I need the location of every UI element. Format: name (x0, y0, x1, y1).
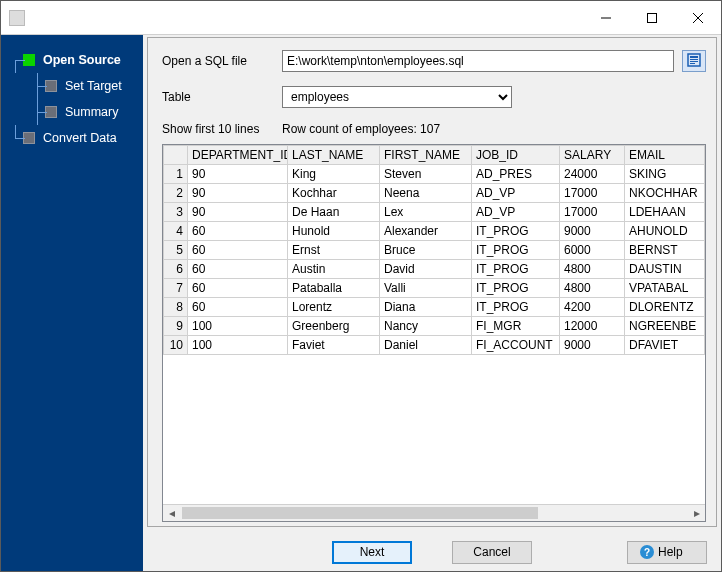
row-number-cell: 7 (164, 279, 188, 298)
svg-rect-3 (690, 59, 698, 60)
table-cell: 12000 (560, 317, 625, 336)
horizontal-scrollbar[interactable]: ◂ ▸ (163, 504, 705, 521)
column-header[interactable]: DEPARTMENT_ID (188, 146, 288, 165)
table-select[interactable]: employees (282, 86, 512, 108)
row-count-label: Row count of employees: 107 (282, 122, 440, 136)
table-cell: BERNST (625, 241, 705, 260)
row-number-cell: 4 (164, 222, 188, 241)
cancel-button[interactable]: Cancel (452, 541, 532, 564)
table-cell: 9000 (560, 222, 625, 241)
table-cell: IT_PROG (472, 279, 560, 298)
form-area: Open a SQL file Table employees Sh (147, 37, 717, 527)
next-button[interactable]: Next (332, 541, 412, 564)
row-number-cell: 5 (164, 241, 188, 260)
table-row[interactable]: 560ErnstBruceIT_PROG6000BERNST (164, 241, 705, 260)
table-cell: AHUNOLD (625, 222, 705, 241)
column-header[interactable]: SALARY (560, 146, 625, 165)
row-number-cell: 10 (164, 336, 188, 355)
sql-file-input[interactable] (282, 50, 674, 72)
table-cell: DFAVIET (625, 336, 705, 355)
row-number-cell: 3 (164, 203, 188, 222)
show-first-label: Show first 10 lines (162, 122, 282, 136)
app-window: Open Source Set Target Summary Convert D… (0, 0, 722, 572)
sidebar-item-set-target[interactable]: Set Target (1, 73, 143, 99)
minimize-button[interactable] (583, 3, 629, 33)
table-cell: Faviet (288, 336, 380, 355)
table-row[interactable]: 10100FavietDanielFI_ACCOUNT9000DFAVIET (164, 336, 705, 355)
table-cell: Lex (380, 203, 472, 222)
table-row[interactable]: 390De HaanLexAD_VP17000LDEHAAN (164, 203, 705, 222)
table-row[interactable]: 660AustinDavidIT_PROG4800DAUSTIN (164, 260, 705, 279)
row-number-cell: 1 (164, 165, 188, 184)
table-cell: SKING (625, 165, 705, 184)
table-row[interactable]: 460HunoldAlexanderIT_PROG9000AHUNOLD (164, 222, 705, 241)
tree-connector (7, 47, 23, 73)
app-icon (9, 10, 25, 26)
sidebar-item-open-source[interactable]: Open Source (1, 47, 143, 73)
table-cell: Bruce (380, 241, 472, 260)
table-cell: Hunold (288, 222, 380, 241)
close-button[interactable] (675, 3, 721, 33)
column-header[interactable]: FIRST_NAME (380, 146, 472, 165)
table-cell: IT_PROG (472, 222, 560, 241)
row-number-cell: 6 (164, 260, 188, 279)
table-row[interactable]: 290KochharNeenaAD_VP17000NKOCHHAR (164, 184, 705, 203)
table-cell: 60 (188, 241, 288, 260)
help-button[interactable]: ? Help (627, 541, 707, 564)
titlebar (1, 1, 721, 35)
scroll-left-arrow-icon[interactable]: ◂ (163, 505, 180, 522)
table-cell: Neena (380, 184, 472, 203)
sidebar-item-summary[interactable]: Summary (1, 99, 143, 125)
sidebar-item-label: Open Source (43, 53, 121, 67)
table-cell: 24000 (560, 165, 625, 184)
table-cell: Diana (380, 298, 472, 317)
table-row[interactable]: 860LorentzDianaIT_PROG4200DLORENTZ (164, 298, 705, 317)
table-row[interactable]: 760PataballaValliIT_PROG4800VPATABAL (164, 279, 705, 298)
table-cell: IT_PROG (472, 260, 560, 279)
table-cell: 6000 (560, 241, 625, 260)
table-cell: LDEHAAN (625, 203, 705, 222)
table-cell: De Haan (288, 203, 380, 222)
svg-rect-4 (690, 61, 698, 62)
table-cell: David (380, 260, 472, 279)
scroll-right-arrow-icon[interactable]: ▸ (688, 505, 705, 522)
help-button-label: Help (658, 545, 683, 559)
table-cell: Austin (288, 260, 380, 279)
browse-icon (687, 53, 701, 70)
main-panel: Open a SQL file Table employees Sh (143, 35, 721, 571)
table-cell: Pataballa (288, 279, 380, 298)
table-cell: DAUSTIN (625, 260, 705, 279)
open-sql-label: Open a SQL file (162, 54, 282, 68)
table-cell: 60 (188, 222, 288, 241)
sidebar-item-label: Summary (65, 105, 118, 119)
browse-file-button[interactable] (682, 50, 706, 72)
column-header[interactable]: JOB_ID (472, 146, 560, 165)
table-row[interactable]: 190KingStevenAD_PRES24000SKING (164, 165, 705, 184)
sidebar-item-label: Set Target (65, 79, 122, 93)
maximize-button[interactable] (629, 3, 675, 33)
table-label: Table (162, 90, 282, 104)
table-cell: 100 (188, 336, 288, 355)
table-cell: Ernst (288, 241, 380, 260)
column-header[interactable]: EMAIL (625, 146, 705, 165)
tree-connector (7, 125, 23, 151)
table-cell: 9000 (560, 336, 625, 355)
table-cell: 60 (188, 298, 288, 317)
table-header-row: DEPARTMENT_IDLAST_NAMEFIRST_NAMEJOB_IDSA… (164, 146, 705, 165)
table-cell: Daniel (380, 336, 472, 355)
table-cell: DLORENTZ (625, 298, 705, 317)
row-number-cell: 8 (164, 298, 188, 317)
table-cell: VPATABAL (625, 279, 705, 298)
table-cell: Kochhar (288, 184, 380, 203)
table-cell: Nancy (380, 317, 472, 336)
table-cell: 90 (188, 165, 288, 184)
table-cell: 90 (188, 203, 288, 222)
preview-grid[interactable]: DEPARTMENT_IDLAST_NAMEFIRST_NAMEJOB_IDSA… (162, 144, 706, 522)
tree-connector (29, 73, 45, 99)
sidebar-item-convert-data[interactable]: Convert Data (1, 125, 143, 151)
column-header[interactable]: LAST_NAME (288, 146, 380, 165)
table-cell: 4800 (560, 279, 625, 298)
row-number-cell: 9 (164, 317, 188, 336)
table-row[interactable]: 9100GreenbergNancyFI_MGR12000NGREENBE (164, 317, 705, 336)
scrollbar-thumb[interactable] (182, 507, 538, 519)
